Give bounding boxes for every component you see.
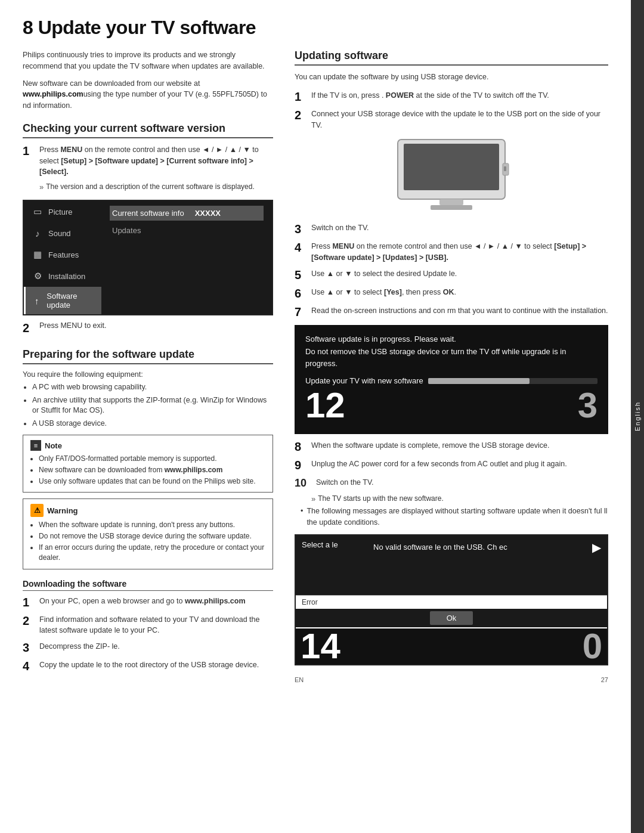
svg-rect-1	[404, 144, 499, 190]
picture-icon: ▭	[32, 206, 44, 218]
page-title: 8 Update your TV software	[23, 17, 608, 39]
menu-right-updates: Updates	[110, 223, 264, 238]
downloading-title: Downloading the software	[23, 579, 273, 591]
dl-step-4: 4 Copy the update le to the root directo…	[23, 659, 273, 673]
select-ui-header: Select a le No valid software le on the …	[296, 535, 607, 559]
select-ui: Select a le No valid software le on the …	[295, 534, 608, 665]
side-tab-text: English	[634, 401, 641, 431]
progress-ui-box: Software update is in progress. Please w…	[295, 325, 608, 435]
menu-right-panel: Current software info XXXXX Updates	[101, 201, 272, 314]
warning-icon: ⚠	[30, 504, 44, 517]
no-valid-msg: No valid software le on the USB. Ch ec ▶	[367, 535, 607, 559]
footer-note: EN 27	[295, 676, 608, 683]
req-bullets: A PC with web browsing capability. An ar…	[32, 382, 273, 429]
menu-item-sound: ♪ Sound	[24, 222, 101, 244]
menu-item-features: ▦ Features	[24, 244, 101, 265]
select-big-nums: 1 4 0	[296, 628, 607, 664]
select-arrow-icon: ▶	[592, 540, 601, 555]
r-step-9: 9 Unplug the AC power cord for a few sec…	[295, 459, 608, 472]
installation-icon: ⚙	[32, 270, 44, 282]
select-body-left	[296, 559, 367, 595]
r-step-5: 5 Use ▲ or ▼ to select the desired Updat…	[295, 268, 608, 282]
warning-box: ⚠ Warning When the software update is ru…	[23, 498, 273, 569]
big-numbers-row: 12 3	[305, 388, 597, 423]
r-step-1: 1 If the TV is on, press . POWER at the …	[295, 90, 608, 104]
select-ui-ok-row: Ok	[296, 609, 607, 627]
note-box: ≡ Note Only FAT/DOS-formatted portable m…	[23, 435, 273, 493]
press-menu-step: 2 Press MENU to exit.	[23, 321, 273, 335]
dl-step-3: 3 Decompress the ZIP- le.	[23, 641, 273, 655]
software-update-icon: ↑	[32, 295, 42, 306]
menu-item-installation: ⚙ Installation	[24, 265, 101, 287]
progress-bar	[428, 378, 597, 384]
intro-text-1: Philips continuously tries to improve it…	[23, 49, 273, 72]
side-tab: English	[631, 0, 644, 833]
svg-rect-3	[431, 205, 472, 210]
select-ui-footer: Error	[296, 595, 607, 609]
checking-arrow: The version and a description of the cur…	[39, 182, 273, 191]
bullet-pc: A PC with web browsing capability.	[32, 382, 273, 393]
r-step-4: 4 Press MENU on the remote control and t…	[295, 241, 608, 264]
tv-svg	[386, 137, 517, 214]
dl-step-2: 2 Find information and software related …	[23, 614, 273, 637]
ok-button[interactable]: Ok	[430, 611, 473, 625]
sound-icon: ♪	[32, 227, 44, 239]
select-file-label: Select a le	[296, 535, 367, 559]
bullet-archive: An archive utility that supports the ZIP…	[32, 395, 273, 416]
bullet-usb: A USB storage device.	[32, 419, 273, 429]
note-icon: ≡	[30, 440, 41, 451]
error-label: Error	[302, 598, 318, 606]
dl-step-1: 1 On your PC, open a web browser and go …	[23, 596, 273, 609]
r-step-10: 10 Switch on the TV.	[295, 477, 608, 490]
select-ui-body	[296, 559, 607, 595]
menu-left-panel: ▭ Picture ♪ Sound ▦ Features ⚙	[24, 201, 101, 314]
r-step-10-arrow: The TV starts up with the new software.	[311, 494, 608, 503]
svg-rect-2	[439, 199, 463, 205]
intro-text-2: New software can be downloaded from our …	[23, 78, 273, 112]
checking-step-1: 1 Press MENU on the remote control and t…	[23, 144, 273, 178]
progress-bar-fill	[428, 378, 530, 384]
menu-item-picture: ▭ Picture	[24, 201, 101, 222]
progress-line-2: Do not remove the USB storage device or …	[305, 346, 597, 369]
warning-title: ⚠ Warning	[30, 504, 265, 517]
note-title: ≡ Note	[30, 440, 265, 451]
select-body-right	[367, 559, 607, 595]
en-label: EN	[295, 676, 304, 683]
r-step-6: 6 Use ▲ or ▼ to select [Yes], then press…	[295, 287, 608, 301]
menu-item-software-update: ↑ Software update	[24, 287, 101, 314]
note-list: Only FAT/DOS-formatted portable memory i…	[39, 454, 265, 486]
checking-title: Checking your current software version	[23, 122, 273, 138]
progress-label: Update your TV with new software	[305, 376, 423, 385]
menu-right-current-software: Current software info XXXXX	[110, 206, 264, 221]
preparing-title: Preparing for the software update	[23, 348, 273, 364]
big-num-right: 3	[578, 388, 597, 423]
r-step-7: 7 Read the on-screen instructions and co…	[295, 305, 608, 319]
select-big-4: 4	[320, 628, 340, 664]
select-big-0: 0	[583, 628, 602, 664]
progress-bar-row: Update your TV with new software	[305, 376, 597, 385]
r-step-3: 3 Switch on the TV.	[295, 222, 608, 236]
features-icon: ▦	[32, 249, 44, 261]
r-step-2: 2 Connect your USB storage device with t…	[295, 109, 608, 131]
page-number: 27	[601, 676, 608, 683]
menu-screenshot: ▭ Picture ♪ Sound ▦ Features ⚙	[23, 200, 273, 315]
tv-image	[295, 137, 608, 214]
r-step-8: 8 When the software update is complete, …	[295, 440, 608, 454]
warning-list: When the software update is running, don…	[39, 520, 265, 562]
req-text: You require the following equipment:	[23, 370, 273, 379]
philips-link[interactable]: www.philips.com	[23, 90, 83, 98]
select-big-1: 1	[301, 628, 320, 664]
svg-rect-5	[504, 166, 506, 171]
big-num-left: 12	[305, 388, 345, 423]
following-msg: The following messages are displayed wit…	[301, 506, 608, 528]
progress-line-1: Software update is in progress. Please w…	[305, 333, 597, 345]
updating-intro: You can update the software by using USB…	[295, 72, 608, 83]
updating-title: Updating software	[295, 49, 608, 66]
